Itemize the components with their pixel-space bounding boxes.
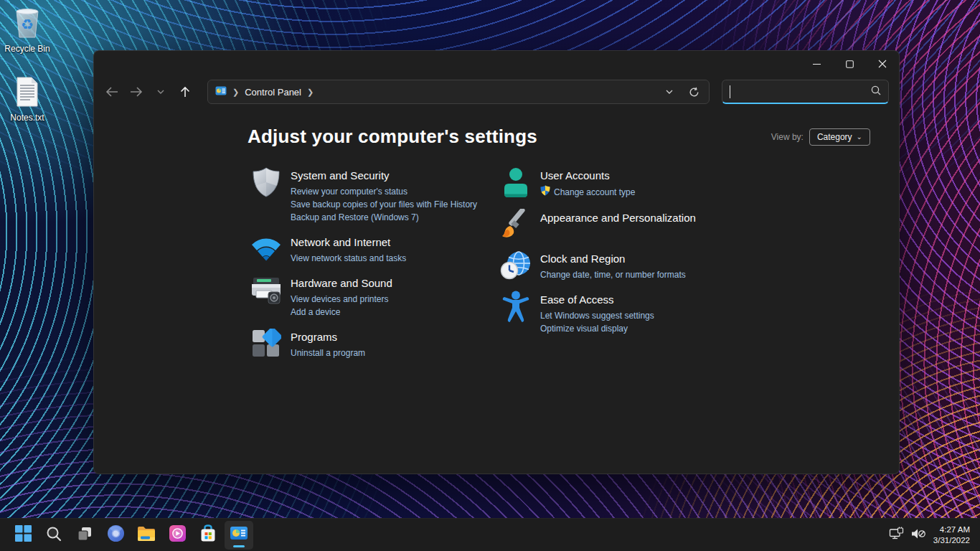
start-icon <box>15 525 32 545</box>
shield-icon[interactable] <box>250 166 282 198</box>
address-dropdown-chevron-icon[interactable] <box>657 81 682 103</box>
category-system-and-security: System and Security Review your computer… <box>250 166 497 224</box>
browser-icon <box>107 524 125 545</box>
start-button[interactable] <box>9 521 37 550</box>
forward-button[interactable] <box>126 81 147 103</box>
file-explorer-button[interactable] <box>132 521 161 550</box>
control-panel-window: ❯ Control Panel ❯ Adjust your computer's <box>93 50 900 474</box>
desktop-icon-label: Recycle Bin <box>4 44 50 54</box>
close-button[interactable] <box>866 51 899 77</box>
category-link[interactable]: View devices and printers <box>291 293 392 306</box>
chevron-down-icon: ⌄ <box>857 133 862 141</box>
category-link[interactable]: Review your computer's status <box>291 185 477 198</box>
category-link[interactable]: Backup and Restore (Windows 7) <box>291 211 477 224</box>
text-file-icon <box>14 76 40 110</box>
category-title[interactable]: User Accounts <box>540 168 635 184</box>
svg-text:♻: ♻ <box>21 16 34 33</box>
system-tray: 4:27 AM 3/31/2022 <box>889 524 980 546</box>
tray-time: 4:27 AM <box>933 524 970 535</box>
category-link[interactable]: Change date, time, or number formats <box>540 268 686 281</box>
view-by-dropdown[interactable]: Category ⌄ <box>809 128 870 146</box>
breadcrumb-location[interactable]: Control Panel <box>245 87 301 98</box>
up-button[interactable] <box>174 81 196 103</box>
network-icon[interactable] <box>889 527 905 544</box>
desktop-icon-label: Notes.txt <box>10 113 44 123</box>
page-title: Adjust your computer's settings <box>248 126 537 148</box>
volume-mute-icon[interactable] <box>910 527 926 543</box>
control-panel-home: Adjust your computer's settings View by:… <box>94 107 899 369</box>
text-cursor <box>730 85 730 98</box>
category-link[interactable]: Change account type <box>540 185 635 199</box>
category-link[interactable]: Let Windows suggest settings <box>540 309 654 322</box>
tray-date: 3/31/2022 <box>933 535 970 546</box>
navigation-bar: ❯ Control Panel ❯ <box>94 77 899 107</box>
printer-icon[interactable] <box>250 274 282 306</box>
breadcrumb-chevron-icon[interactable]: ❯ <box>232 88 239 97</box>
title-bar[interactable] <box>94 51 899 77</box>
maximize-button[interactable] <box>833 51 866 77</box>
category-title[interactable]: Programs <box>291 329 365 345</box>
address-bar[interactable]: ❯ Control Panel ❯ <box>207 80 710 104</box>
media-player-icon <box>169 524 187 545</box>
category-programs: Programs Uninstall a program <box>250 328 497 359</box>
category-link[interactable]: Save backup copies of your files with Fi… <box>291 198 477 211</box>
back-button[interactable] <box>101 81 123 103</box>
category-title[interactable]: Hardware and Sound <box>291 276 392 291</box>
category-link[interactable]: Uninstall a program <box>291 347 365 359</box>
category-title[interactable]: Ease of Access <box>540 292 654 308</box>
category-title[interactable]: Network and Internet <box>291 235 406 250</box>
category-link[interactable]: Add a device <box>291 306 392 319</box>
category-title[interactable]: Appearance and Personalization <box>540 210 696 226</box>
category-ease-of-access: Ease of Access Let Windows suggest setti… <box>500 291 696 335</box>
store-icon <box>199 524 217 545</box>
desktop-icon-notes-txt[interactable]: Notes.txt <box>0 76 55 123</box>
media-player-button[interactable] <box>163 521 192 550</box>
taskbar-search-button[interactable] <box>39 521 68 550</box>
task-view-button[interactable] <box>70 521 99 550</box>
refresh-icon[interactable] <box>682 81 706 103</box>
control-panel-icon <box>230 526 248 545</box>
category-link[interactable]: Optimize visual display <box>540 322 654 335</box>
control-panel-taskbar-button[interactable] <box>225 521 253 550</box>
search-icon[interactable] <box>871 85 881 98</box>
wifi-icon[interactable] <box>250 233 282 265</box>
taskbar-clock[interactable]: 4:27 AM 3/31/2022 <box>933 524 970 546</box>
file-explorer-icon <box>137 526 156 545</box>
category-user-accounts: User Accounts Change account type <box>500 166 696 199</box>
uac-shield-icon <box>540 185 550 199</box>
recent-locations-chevron-icon[interactable] <box>150 81 171 103</box>
category-link-label: Change account type <box>554 186 635 199</box>
category-hardware-and-sound: Hardware and Sound View devices and prin… <box>250 274 497 319</box>
search-icon <box>46 526 62 545</box>
category-appearance-and-personalization: Appearance and Personalization <box>500 209 696 240</box>
search-input[interactable] <box>722 80 889 104</box>
store-button[interactable] <box>194 521 222 550</box>
breadcrumb-chevron-icon[interactable]: ❯ <box>307 88 314 97</box>
desktop-icon-recycle-bin[interactable]: ♻ Recycle Bin <box>0 6 55 54</box>
paintbrush-icon[interactable] <box>500 209 532 240</box>
browser-button[interactable] <box>101 521 130 550</box>
minimize-button[interactable] <box>800 51 833 77</box>
recycle-bin-icon: ♻ <box>11 6 43 42</box>
category-link[interactable]: View network status and tasks <box>291 252 406 265</box>
category-title[interactable]: Clock and Region <box>540 251 686 267</box>
category-title[interactable]: System and Security <box>291 168 477 184</box>
control-panel-icon[interactable] <box>215 86 227 98</box>
task-view-icon <box>76 525 93 545</box>
accessibility-icon[interactable] <box>500 291 532 322</box>
category-clock-and-region: Clock and Region Change date, time, or n… <box>500 250 696 281</box>
active-app-indicator <box>233 545 245 547</box>
breadcrumb: ❯ Control Panel ❯ <box>215 86 314 98</box>
programs-icon[interactable] <box>250 328 282 359</box>
clock-globe-icon[interactable] <box>500 250 532 281</box>
view-by-value: Category <box>817 132 852 142</box>
category-network-and-internet: Network and Internet View network status… <box>250 233 497 265</box>
view-by-label: View by: <box>771 132 804 142</box>
taskbar: 4:27 AM 3/31/2022 <box>0 518 980 551</box>
user-icon[interactable] <box>500 166 532 198</box>
